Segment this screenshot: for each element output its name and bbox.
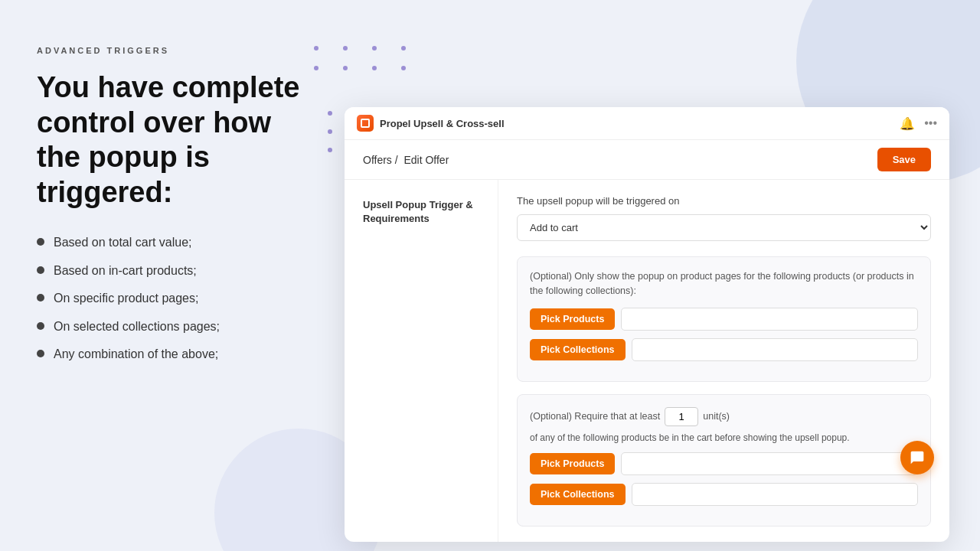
require-value-input[interactable] [665,407,698,426]
optional1-text: (Optional) Only show the popup on produc… [530,269,918,298]
pick-collections-row-2: Pick Collections [530,483,918,506]
title-bar-left: Propel Upsell & Cross-sell [357,115,505,132]
main-content: The upsell popup will be triggered on Ad… [498,180,949,542]
pick-collections-button-2[interactable]: Pick Collections [530,484,626,505]
bullet-dot-icon [37,266,44,274]
title-bar-right: 🔔 ••• [900,116,937,131]
bullet-item: On specific product pages; [37,290,300,307]
bullet-text: Any combination of the above; [54,346,218,363]
bullet-item: Any combination of the above; [37,346,300,363]
breadcrumb-prefix[interactable]: Offers / [363,154,398,166]
bullet-item: Based on total cart value; [37,234,300,251]
pick-collections-button-1[interactable]: Pick Collections [530,339,626,360]
bell-icon[interactable]: 🔔 [900,116,915,131]
bullet-dot-icon [37,294,44,302]
pick-products-button-1[interactable]: Pick Products [530,308,615,330]
bullet-text: Based on in-cart products; [54,262,197,279]
title-bar: Propel Upsell & Cross-sell 🔔 ••• [345,107,949,140]
pick-products-input-1[interactable] [621,308,918,331]
bullet-item: Based on in-cart products; [37,262,300,279]
bullet-text: On specific product pages; [54,290,198,307]
require-unit: unit(s) [703,411,730,422]
pick-collections-input-2[interactable] [632,483,918,506]
chat-button[interactable] [900,441,934,474]
app-icon-inner [361,119,370,128]
main-heading: You have complete control over how the p… [37,70,300,210]
breadcrumb-current: Edit Offer [403,154,449,166]
bullet-list: Based on total cart value;Based on in-ca… [37,234,300,363]
pick-products-row-1: Pick Products [530,308,918,331]
bullet-item: On selected collections pages; [37,318,300,335]
section-label: ADVANCED TRIGGERS [37,46,300,55]
require-suffix-text: of any of the following products be in t… [530,432,918,443]
section-title-col: Upsell Popup Trigger & Requirements [345,180,498,542]
pick-products-row-2: Pick Products [530,452,918,475]
chat-icon [910,450,925,465]
breadcrumb: Offers / Edit Offer [363,154,449,166]
pick-collections-row-1: Pick Collections [530,338,918,361]
require-prefix: (Optional) Require that at least [530,411,660,422]
pick-products-input-2[interactable] [621,452,918,475]
bullet-text: Based on total cart value; [54,234,192,251]
app-window: Propel Upsell & Cross-sell 🔔 ••• Offers … [345,107,949,542]
require-row: (Optional) Require that at least unit(s) [530,407,918,426]
bullet-dot-icon [37,322,44,330]
breadcrumb-bar: Offers / Edit Offer Save [345,140,949,180]
pick-products-button-2[interactable]: Pick Products [530,453,615,474]
app-title-text: Propel Upsell & Cross-sell [380,118,505,129]
bullet-dot-icon [37,238,44,246]
optional-section-1: (Optional) Only show the popup on produc… [517,256,931,382]
section-title-label: Upsell Popup Trigger & Requirements [363,198,479,226]
save-button[interactable]: Save [877,148,931,171]
content-area: Upsell Popup Trigger & Requirements The … [345,180,949,542]
app-icon [357,115,374,132]
left-panel: ADVANCED TRIGGERS You have complete cont… [0,0,337,551]
trigger-label: The upsell popup will be triggered on [517,195,931,207]
bullet-dot-icon [37,350,44,357]
trigger-dropdown[interactable]: Add to cart Page load Exit intent [517,214,931,241]
optional-section-2: (Optional) Require that at least unit(s)… [517,394,931,527]
more-options-icon[interactable]: ••• [924,116,937,130]
pick-collections-input-1[interactable] [632,338,918,361]
bullet-text: On selected collections pages; [54,318,220,335]
